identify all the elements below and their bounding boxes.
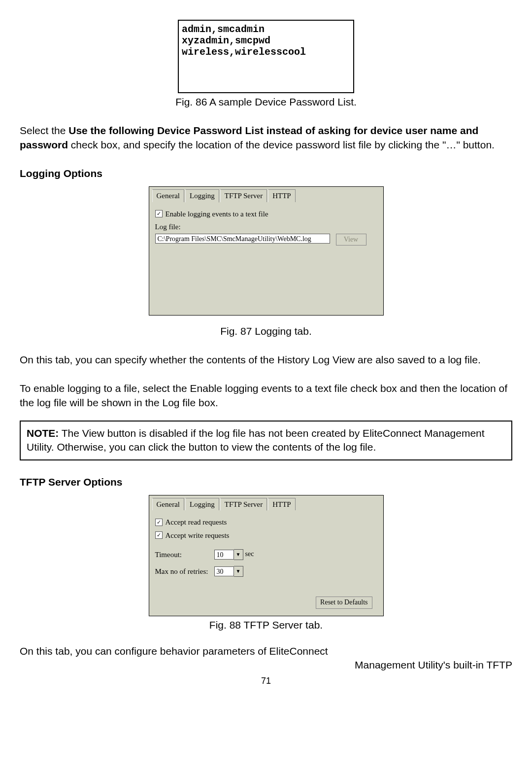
tftp-tab-tftp-server[interactable]: TFTP Server [220, 498, 267, 511]
logfile-label: Log file: [155, 222, 377, 232]
tftp-tab-general[interactable]: General [152, 498, 184, 510]
chevron-down-icon[interactable]: ▼ [234, 549, 243, 560]
retries-value[interactable]: 30 [214, 566, 234, 576]
chevron-down-icon[interactable]: ▼ [234, 566, 243, 577]
tftp-dialog-body: ✓ Accept read requests ✓ Accept write re… [149, 510, 383, 616]
enable-logging-row: ✓ Enable logging events to a text file [155, 209, 377, 219]
accept-read-row: ✓ Accept read requests [155, 517, 377, 527]
paragraph-logging-desc2: To enable logging to a file, select the … [20, 382, 512, 410]
accept-write-row: ✓ Accept write requests [155, 530, 377, 540]
tftp-tabs: General Logging TFTP Server HTTP [149, 495, 383, 510]
logging-dialog: General Logging TFTP Server HTTP ✓ Enabl… [149, 186, 384, 315]
logfile-input[interactable]: C:\Program Files\SMC\SmcManageUtility\We… [155, 234, 330, 244]
logging-dialog-body: ✓ Enable logging events to a text file L… [149, 202, 383, 315]
timeout-combo[interactable]: 10 ▼ [214, 549, 243, 560]
timeout-label: Timeout: [155, 550, 214, 560]
logging-tabs: General Logging TFTP Server HTTP [149, 187, 383, 202]
note-label: NOTE: [27, 427, 59, 439]
tftp-tab-logging[interactable]: Logging [185, 498, 219, 510]
page-number: 71 [20, 675, 512, 687]
figure-87-caption: Fig. 87 Logging tab. [20, 324, 512, 338]
figure-88-caption: Fig. 88 TFTP Server tab. [20, 618, 512, 632]
device-password-list-box: admin,smcadmin xyzadmin,smcpwd wireless,… [178, 20, 354, 93]
timeout-row: Timeout: 10 ▼ sec [155, 549, 377, 560]
accept-write-checkbox[interactable]: ✓ [155, 531, 163, 539]
paragraph-tftp-desc-line1: On this tab, you can configure behavior … [20, 644, 512, 658]
figure-86-caption: Fig. 86 A sample Device Password List. [20, 95, 512, 109]
paragraph-tftp-desc-line2: Management Utility's built-in TFTP [20, 658, 512, 672]
view-button: View [336, 234, 366, 246]
tftp-dialog: General Logging TFTP Server HTTP ✓ Accep… [149, 495, 384, 616]
retries-row: Max no of retries: 30 ▼ [155, 566, 377, 577]
para1-pre: Select the [20, 125, 68, 136]
logfile-row: C:\Program Files\SMC\SmcManageUtility\We… [155, 234, 377, 246]
tab-http[interactable]: HTTP [268, 189, 296, 202]
timeout-value[interactable]: 10 [214, 550, 234, 560]
tab-logging[interactable]: Logging [185, 189, 219, 202]
note-text: The View button is disabled if the log f… [27, 427, 485, 453]
enable-logging-checkbox[interactable]: ✓ [155, 210, 163, 217]
tab-tftp-server[interactable]: TFTP Server [220, 189, 267, 202]
retries-combo[interactable]: 30 ▼ [214, 566, 243, 577]
reset-to-defaults-button[interactable]: Reset to Defaults [316, 597, 372, 609]
paragraph-select-password-list: Select the Use the following Device Pass… [20, 124, 512, 152]
heading-tftp-options: TFTP Server Options [20, 475, 512, 489]
heading-logging-options: Logging Options [20, 167, 512, 180]
accept-read-checkbox[interactable]: ✓ [155, 519, 163, 526]
accept-write-label: Accept write requests [166, 530, 230, 540]
accept-read-label: Accept read requests [166, 517, 227, 527]
note-box: NOTE: The View button is disabled if the… [20, 421, 512, 460]
paragraph-logging-desc1: On this tab, you can specify whether the… [20, 353, 512, 367]
tftp-tab-http[interactable]: HTTP [268, 498, 296, 510]
timeout-unit: sec [245, 550, 254, 559]
tab-general[interactable]: General [152, 189, 184, 202]
para1-post: check box, and specify the location of t… [68, 139, 495, 150]
enable-logging-label: Enable logging events to a text file [166, 209, 268, 219]
retries-label: Max no of retries: [155, 566, 214, 576]
